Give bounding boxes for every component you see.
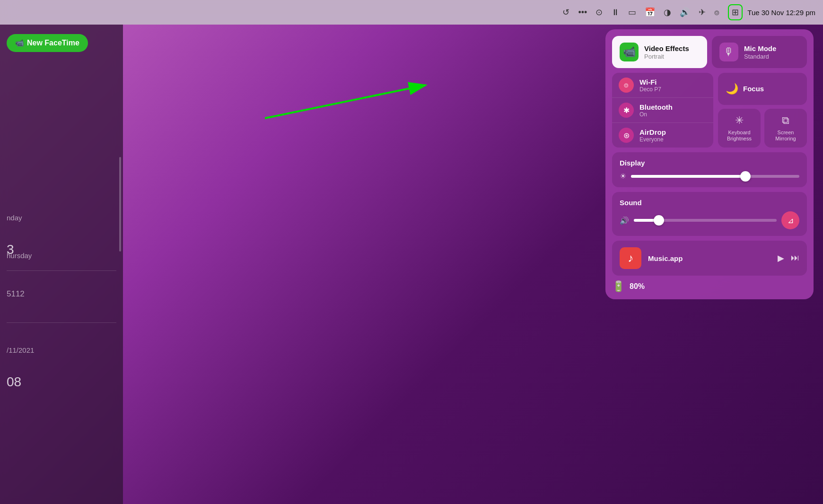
sidebar-divider-1: [7, 270, 116, 271]
wifi-subtitle: Deco P7: [639, 86, 661, 93]
sidebar-num2: 08: [7, 374, 21, 390]
sidebar-day: nday: [7, 214, 22, 222]
battery-indicator: 🔋 80%: [612, 280, 807, 293]
video-effects-title: Video Effects: [644, 44, 689, 52]
location-icon[interactable]: ✈: [699, 7, 706, 17]
display-slider-fill: [631, 175, 745, 178]
mic-mode-subtitle: Standard: [744, 53, 776, 60]
menubar-icon-group: ↺ ••• ⊙ ⏸ ▭ 📅 ◑ 🔊 ✈ ⌾ ⊞: [562, 4, 743, 20]
wifi-network-icon: ⌾: [619, 78, 634, 93]
sidebar-date2: /11/2021: [7, 346, 34, 354]
control-center-icon[interactable]: ⊞: [728, 4, 743, 20]
new-facetime-button[interactable]: 📹 New FaceTime: [7, 34, 88, 52]
airdrop-item[interactable]: ⊛ AirDrop Everyone: [612, 123, 713, 148]
focus-tile[interactable]: 🌙 Focus: [718, 73, 807, 105]
display-title: Display: [620, 159, 799, 167]
music-app-icon: ♪: [620, 247, 641, 269]
sound-title: Sound: [620, 199, 799, 207]
volume-icon[interactable]: 🔊: [680, 7, 690, 17]
sidebar-weekday: hursday: [7, 252, 32, 260]
volume-low-icon: 🔊: [620, 216, 629, 225]
camera-overlay-icon[interactable]: ⊙: [595, 7, 603, 17]
display-section: Display ☀: [612, 152, 807, 187]
menubar-datetime: Tue 30 Nov 12:29 pm: [747, 9, 815, 17]
minus-box-icon[interactable]: ▭: [628, 7, 636, 17]
airdrop-subtitle: Everyone: [639, 136, 666, 143]
control-center-panel: 📹 Video Effects Portrait 🎙 Mic Mode Stan…: [605, 29, 814, 299]
more-icon[interactable]: •••: [578, 8, 587, 17]
fast-forward-button[interactable]: ⏭: [791, 253, 799, 263]
display-slider-row: ☀: [620, 172, 799, 181]
play-button[interactable]: ▶: [778, 253, 784, 263]
video-effects-icon: 📹: [620, 43, 639, 61]
keyboard-brightness-label: KeyboardBrightness: [727, 130, 752, 142]
sound-slider-thumb[interactable]: [654, 215, 664, 226]
network-tile: ⌾ Wi-Fi Deco P7 ✱ Bluetooth On ⊛ AirDrop…: [612, 73, 713, 148]
mic-mode-title: Mic Mode: [744, 44, 776, 52]
airplay-button[interactable]: ⊿: [781, 211, 799, 229]
toggle-icon[interactable]: ◑: [664, 7, 671, 17]
right-tiles-col: 🌙 Focus ✳ KeyboardBrightness ⧉ ScreenMir…: [718, 73, 807, 148]
screen-mirroring-label: ScreenMirroring: [775, 130, 796, 142]
camera-icon: 📹: [15, 39, 24, 47]
mic-mode-icon: 🎙: [719, 43, 738, 61]
video-effects-subtitle: Portrait: [644, 53, 689, 60]
sidebar-scrollbar[interactable]: [119, 157, 121, 252]
cc-top-row: 📹 Video Effects Portrait 🎙 Mic Mode Stan…: [612, 36, 807, 68]
pause-icon[interactable]: ⏸: [611, 8, 620, 17]
airdrop-icon: ⊛: [619, 128, 634, 143]
focus-label: Focus: [743, 85, 764, 93]
bluetooth-subtitle: On: [639, 111, 673, 118]
cc-network-row: ⌾ Wi-Fi Deco P7 ✱ Bluetooth On ⊛ AirDrop…: [612, 73, 807, 148]
battery-icon: 🔋: [612, 280, 625, 293]
wifi-icon[interactable]: ⌾: [714, 8, 719, 17]
focus-icon: 🌙: [726, 83, 738, 95]
sidebar-divider-2: [7, 322, 116, 323]
screen-mirroring-tile[interactable]: ⧉ ScreenMirroring: [764, 109, 807, 148]
music-tile[interactable]: ♪ Music.app ▶ ⏭: [612, 241, 807, 276]
display-slider-thumb[interactable]: [740, 171, 751, 182]
airdrop-title: AirDrop: [639, 128, 666, 136]
brightness-low-icon: ☀: [620, 172, 626, 181]
green-arrow: [265, 80, 435, 137]
sidebar-phone: 5112: [7, 289, 25, 299]
svg-line-1: [265, 85, 426, 118]
screen-mirroring-icon: ⧉: [782, 114, 789, 127]
battery-percentage: 80%: [630, 282, 645, 291]
airplay-icon: ⊿: [788, 216, 794, 225]
history-icon[interactable]: ↺: [562, 7, 569, 17]
bluetooth-item[interactable]: ✱ Bluetooth On: [612, 98, 713, 123]
wifi-title: Wi-Fi: [639, 78, 661, 86]
facetime-sidebar: 📹 New FaceTime nday 3 hursday 5112 /11/2…: [0, 25, 123, 504]
music-app-title: Music.app: [648, 254, 771, 262]
display-slider-track[interactable]: [631, 175, 799, 178]
sound-slider-row: 🔊 ⊿: [620, 211, 799, 229]
keyboard-brightness-icon: ✳: [735, 114, 744, 127]
menubar: ↺ ••• ⊙ ⏸ ▭ 📅 ◑ 🔊 ✈ ⌾ ⊞ Tue 30 Nov 12:29…: [0, 0, 823, 25]
bluetooth-title: Bluetooth: [639, 103, 673, 111]
sound-slider-fill: [634, 219, 655, 222]
new-facetime-label: New FaceTime: [27, 39, 79, 47]
keyboard-brightness-tile[interactable]: ✳ KeyboardBrightness: [718, 109, 761, 148]
sound-slider-track[interactable]: [634, 219, 777, 222]
bluetooth-icon: ✱: [619, 103, 634, 118]
mic-mode-tile[interactable]: 🎙 Mic Mode Standard: [712, 36, 807, 68]
small-tiles-row: ✳ KeyboardBrightness ⧉ ScreenMirroring: [718, 109, 807, 148]
sound-section: Sound 🔊 ⊿: [612, 192, 807, 236]
wifi-item[interactable]: ⌾ Wi-Fi Deco P7: [612, 73, 713, 98]
video-effects-tile[interactable]: 📹 Video Effects Portrait: [612, 36, 707, 68]
music-controls: ▶ ⏭: [778, 253, 799, 263]
calendar-icon[interactable]: 📅: [645, 7, 655, 17]
